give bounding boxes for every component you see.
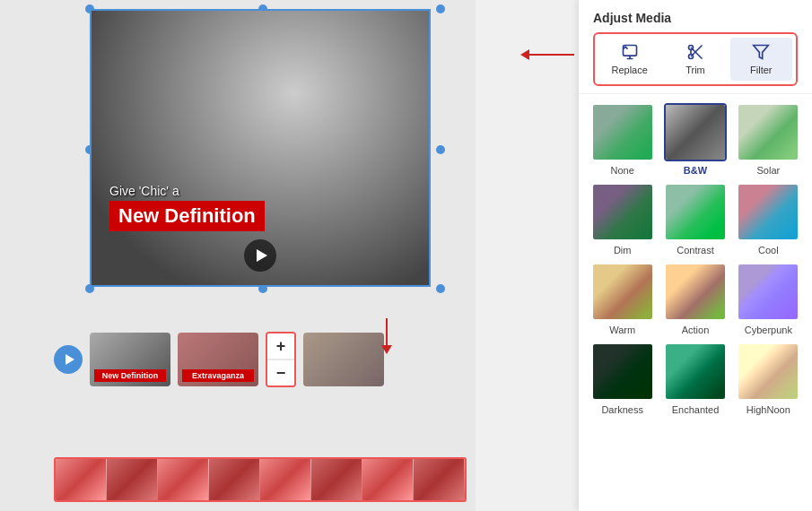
film-frame	[362, 459, 414, 500]
filter-label-dim: Dim	[614, 245, 632, 256]
filter-thumb-inner-action	[666, 264, 725, 319]
canvas-area: Give 'Chic' a New Definition New Definit…	[0, 0, 476, 511]
text-overlay: Give 'Chic' a New Definition	[109, 184, 411, 231]
adjust-header: Adjust Media Replace Trim	[579, 0, 812, 94]
add-remove-controls: + −	[266, 332, 296, 387]
down-arrow-line	[386, 318, 388, 345]
filter-grid: None B&W Solar Dim Contrast	[579, 94, 812, 424]
filter-thumb-enchanted	[664, 342, 727, 401]
filter-thumb-cool	[737, 183, 799, 241]
filter-thumb-inner-solar	[738, 105, 798, 160]
filter-thumb-solar	[737, 103, 799, 161]
play-button[interactable]	[244, 239, 276, 272]
filter-arrow	[520, 49, 574, 60]
filter-none[interactable]: None	[589, 103, 655, 176]
thumb-inner-3	[303, 333, 384, 386]
filter-label-highnoon: HighNoon	[747, 404, 790, 415]
film-frame	[158, 459, 209, 500]
filter-thumb-cyberpunk	[737, 263, 799, 321]
filter-thumb-darkness	[591, 342, 654, 401]
film-frame	[260, 459, 311, 500]
filter-action[interactable]: Action	[662, 263, 728, 335]
filter-thumb-inner-none	[593, 105, 652, 160]
film-frame	[107, 459, 158, 500]
remove-button[interactable]: −	[267, 360, 294, 385]
filter-bw[interactable]: B&W	[662, 103, 728, 176]
filter-label-cyberpunk: Cyberpunk	[745, 325, 792, 335]
filter-label-action: Action	[682, 325, 710, 335]
preview-inner: Give 'Chic' a New Definition	[92, 11, 429, 285]
trim-label: Trim	[685, 65, 705, 75]
right-panel: Adjust Media Replace Trim	[579, 0, 812, 511]
filter-solar[interactable]: Solar	[736, 103, 801, 176]
thumb-label-2: Extravaganza	[182, 369, 254, 382]
filter-enchanted[interactable]: Enchanted	[662, 342, 728, 415]
filter-contrast[interactable]: Contrast	[662, 183, 728, 256]
filmstrip	[54, 457, 467, 502]
give-chic-text: Give 'Chic' a	[109, 184, 411, 198]
filter-cool[interactable]: Cool	[736, 183, 801, 256]
thumbnail-strip: New Definition Extravaganza + −	[54, 332, 384, 387]
add-button[interactable]: +	[267, 333, 294, 359]
arrow-line	[529, 54, 574, 56]
filter-label-enchanted: Enchanted	[672, 404, 720, 415]
filter-thumb-bw	[664, 103, 727, 161]
handle-bottom-right[interactable]	[436, 284, 445, 293]
film-frame	[56, 459, 107, 500]
filter-thumb-action	[664, 263, 727, 321]
filter-label-cool: Cool	[758, 245, 779, 256]
filter-thumb-warm	[591, 263, 654, 321]
thumbnail-1[interactable]: New Definition	[90, 333, 170, 386]
filter-thumb-inner-contrast	[666, 185, 725, 239]
filter-label-bw: B&W	[684, 165, 707, 176]
film-frame	[414, 459, 465, 500]
trim-button[interactable]: Trim	[664, 38, 726, 81]
filter-label-solar: Solar	[756, 165, 780, 176]
main-preview: Give 'Chic' a New Definition	[90, 9, 431, 287]
filter-label-contrast: Contrast	[677, 245, 714, 256]
filter-warm[interactable]: Warm	[589, 263, 655, 335]
new-definition-text: New Definition	[109, 201, 265, 231]
svg-marker-6	[754, 46, 769, 59]
filter-thumb-inner-bw	[666, 105, 725, 160]
filter-cyberpunk[interactable]: Cyberpunk	[736, 263, 801, 335]
filter-label-warm: Warm	[609, 325, 635, 335]
filter-button[interactable]: Filter	[730, 38, 792, 81]
filter-thumb-inner-cool	[738, 185, 798, 239]
filter-label: Filter	[750, 65, 772, 75]
handle-mid-right[interactable]	[436, 145, 445, 154]
filter-thumb-inner-warm	[593, 264, 652, 319]
replace-button[interactable]: Replace	[598, 38, 660, 81]
filter-thumb-inner-cyberpunk	[738, 264, 798, 319]
filter-label-darkness: Darkness	[601, 404, 642, 415]
film-frame	[209, 459, 260, 500]
handle-top-right[interactable]	[436, 4, 445, 13]
filter-label-none: None	[611, 165, 634, 176]
thumbnail-2[interactable]: Extravaganza	[178, 333, 258, 386]
adjust-title: Adjust Media	[593, 11, 798, 25]
filter-thumb-contrast	[664, 183, 727, 241]
filter-thumb-highnoon	[737, 342, 799, 401]
film-frame	[311, 459, 362, 500]
thumbnail-3[interactable]	[303, 333, 384, 386]
replace-label: Replace	[611, 65, 647, 75]
arrow-head	[520, 49, 529, 60]
thumb-label-1: New Definition	[94, 369, 166, 382]
filter-highnoon[interactable]: HighNoon	[736, 342, 801, 415]
filter-thumb-none	[591, 103, 654, 161]
toolbar: Replace Trim Filter	[593, 32, 798, 86]
down-arrow-head	[381, 345, 392, 354]
filter-thumb-inner-enchanted	[666, 344, 725, 399]
filter-thumb-inner-highnoon	[738, 344, 798, 399]
filter-darkness[interactable]: Darkness	[589, 342, 655, 415]
down-arrow	[381, 318, 392, 354]
filter-thumb-dim	[591, 183, 654, 241]
filter-dim[interactable]: Dim	[589, 183, 655, 256]
filter-thumb-inner-dim	[593, 185, 652, 239]
filter-thumb-inner-darkness	[593, 344, 652, 399]
play-button-small[interactable]	[54, 345, 83, 374]
